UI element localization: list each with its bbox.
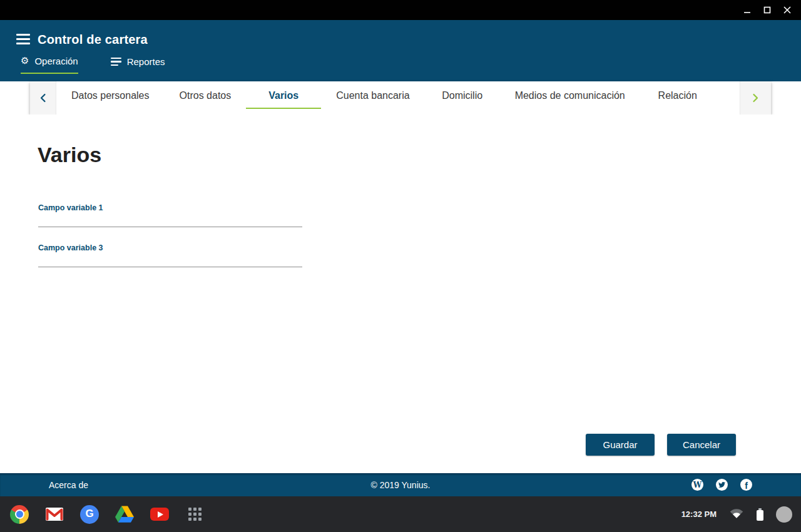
tabs-scroll-left-button[interactable] bbox=[30, 81, 56, 115]
tab-domicilio[interactable]: Domicilio bbox=[425, 82, 500, 109]
field-campo-variable-1: Campo variable 1 bbox=[38, 203, 302, 227]
wifi-icon bbox=[729, 508, 744, 521]
tab-varios[interactable]: Varios bbox=[246, 82, 321, 109]
app-header: Control de cartera ⚙ Operación Reportes bbox=[0, 20, 801, 81]
window-titlebar bbox=[0, 0, 801, 20]
google-drive-icon[interactable] bbox=[115, 505, 134, 524]
system-tray[interactable]: 12:32 PM bbox=[681, 496, 792, 532]
maximize-icon bbox=[763, 6, 771, 14]
list-icon bbox=[111, 58, 121, 66]
tab-relacion[interactable]: Relación bbox=[640, 82, 715, 109]
chevron-left-icon bbox=[39, 93, 46, 103]
tab-otros-datos[interactable]: Otros datos bbox=[165, 82, 247, 109]
campo-variable-1-input[interactable] bbox=[38, 216, 302, 227]
copyright-text: © 2019 Yunius. bbox=[0, 480, 801, 490]
battery-icon bbox=[757, 508, 763, 521]
app-launcher-icon[interactable] bbox=[185, 505, 204, 524]
app-title: Control de cartera bbox=[38, 33, 148, 47]
tabs-scroll-right-button[interactable] bbox=[740, 81, 771, 115]
minimize-button[interactable] bbox=[737, 0, 757, 20]
guardar-button[interactable]: Guardar bbox=[586, 434, 655, 456]
chromeos-shelf: G 12:32 PM bbox=[0, 496, 801, 532]
chrome-icon[interactable] bbox=[10, 505, 29, 524]
form-actions: Guardar Cancelar bbox=[586, 434, 736, 456]
nav-item-reportes[interactable]: Reportes bbox=[111, 56, 165, 74]
facebook-icon[interactable]: f bbox=[740, 479, 752, 491]
page-content: Varios Campo variable 1 Campo variable 3… bbox=[0, 115, 801, 473]
chevron-right-icon bbox=[752, 93, 759, 103]
tab-strip: Datos personales Otros datos Varios Cuen… bbox=[30, 81, 771, 115]
field-campo-variable-3: Campo variable 3 bbox=[38, 243, 302, 267]
main-nav: ⚙ Operación Reportes bbox=[21, 56, 165, 74]
social-links: W f bbox=[691, 479, 752, 491]
campo-variable-3-input[interactable] bbox=[38, 256, 302, 267]
page-title: Varios bbox=[38, 143, 101, 167]
gear-icon: ⚙ bbox=[21, 56, 29, 66]
youtube-icon[interactable] bbox=[150, 505, 169, 524]
avatar[interactable] bbox=[776, 506, 792, 523]
hamburger-menu-icon[interactable] bbox=[16, 34, 30, 44]
close-icon bbox=[783, 6, 791, 14]
screen: Control de cartera ⚙ Operación Reportes … bbox=[0, 0, 801, 532]
tab-medios-de-comunicacion[interactable]: Medios de comunicación bbox=[500, 82, 640, 109]
twitter-icon[interactable] bbox=[716, 479, 728, 491]
footer: Acerca de © 2019 Yunius. W f bbox=[0, 473, 801, 496]
wordpress-icon[interactable]: W bbox=[691, 479, 703, 491]
nav-label-reportes: Reportes bbox=[127, 56, 165, 67]
nav-item-operacion[interactable]: ⚙ Operación bbox=[21, 56, 78, 74]
gmail-icon[interactable] bbox=[45, 505, 64, 524]
tab-cuenta-bancaria[interactable]: Cuenta bancaria bbox=[321, 82, 424, 109]
close-button[interactable] bbox=[777, 0, 797, 20]
google-search-icon[interactable]: G bbox=[80, 505, 99, 524]
nav-label-operacion: Operación bbox=[34, 56, 78, 66]
maximize-button[interactable] bbox=[757, 0, 777, 20]
tab-datos-personales[interactable]: Datos personales bbox=[56, 82, 165, 109]
field-label-campo-variable-3: Campo variable 3 bbox=[38, 243, 302, 252]
clock: 12:32 PM bbox=[681, 509, 717, 519]
minimize-icon bbox=[743, 6, 751, 14]
tabs: Datos personales Otros datos Varios Cuen… bbox=[56, 81, 740, 115]
shelf-apps: G bbox=[10, 496, 204, 532]
cancelar-button[interactable]: Cancelar bbox=[667, 434, 736, 456]
field-label-campo-variable-1: Campo variable 1 bbox=[38, 203, 302, 212]
